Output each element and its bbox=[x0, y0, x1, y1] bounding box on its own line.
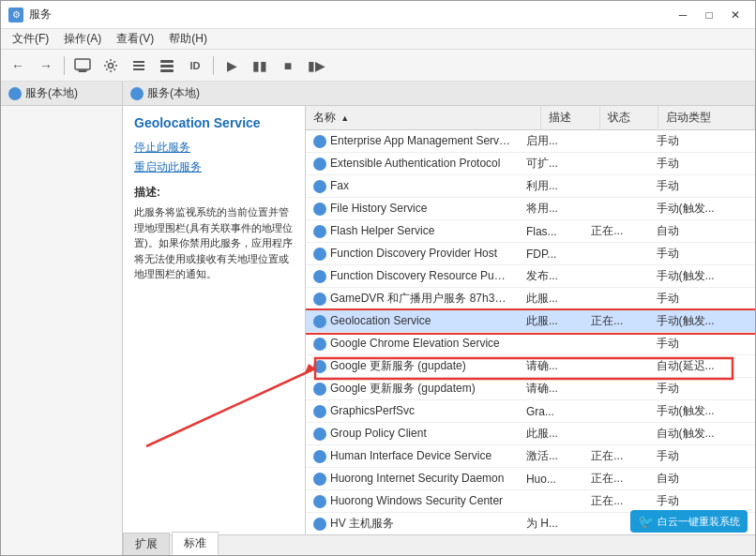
cell-desc: Gra... bbox=[519, 400, 583, 423]
table-row[interactable]: Extensible Authentication Protocol可扩...手… bbox=[306, 153, 755, 175]
forward-button[interactable]: → bbox=[33, 53, 59, 78]
cell-startup: 自动(延迟... bbox=[649, 355, 755, 378]
col-header-status[interactable]: 状态 bbox=[599, 106, 658, 130]
restart-service-link[interactable]: 重启动此服务 bbox=[134, 159, 294, 175]
cell-service-name: Google 更新服务 (gupdatem) bbox=[306, 378, 519, 400]
main-content: 服务(本地) 服务(本地) Geolocation Service 停止此服务 … bbox=[1, 82, 755, 555]
row-icon bbox=[313, 405, 326, 418]
close-button[interactable]: ✕ bbox=[723, 6, 748, 24]
right-panel-icon bbox=[130, 87, 144, 100]
cell-desc: 为 H... bbox=[519, 513, 583, 535]
table-header: 名称 ▲ 描述 状态 启动类型 bbox=[306, 106, 755, 130]
table-row[interactable]: Huorong Internet Security DaemonHuo...正在… bbox=[306, 468, 755, 490]
svg-point-3 bbox=[109, 63, 113, 68]
table-row[interactable]: Geolocation Service此服...正在...手动(触发... bbox=[306, 310, 755, 333]
toolbar-separator-1 bbox=[64, 56, 65, 75]
watermark-bird-icon: 🐦 bbox=[638, 514, 654, 529]
row-icon bbox=[313, 518, 326, 531]
tab-standard[interactable]: 标准 bbox=[172, 532, 219, 555]
pause-button[interactable]: ▮▮ bbox=[247, 53, 273, 78]
cell-desc: Flas... bbox=[519, 220, 583, 243]
table-row[interactable]: Human Interface Device Service激活...正在...… bbox=[306, 445, 755, 468]
col-header-name[interactable]: 名称 ▲ bbox=[306, 106, 541, 130]
list-button[interactable] bbox=[126, 53, 152, 78]
table-row[interactable]: Google 更新服务 (gupdatem)请确...手动 bbox=[306, 378, 755, 400]
menu-file[interactable]: 文件(F) bbox=[5, 29, 56, 49]
table-row[interactable]: Huorong Windows Security Center正在...手动 bbox=[306, 490, 755, 513]
stop-service-link[interactable]: 停止此服务 bbox=[134, 140, 294, 156]
table-row[interactable]: File History Service将用...手动(触发... bbox=[306, 198, 755, 220]
menu-help[interactable]: 帮助(H) bbox=[161, 29, 215, 49]
table-scroll-area[interactable]: Enterprise App Management Service启用...手动… bbox=[306, 130, 755, 534]
col-header-startup[interactable]: 启动类型 bbox=[658, 106, 755, 130]
cell-desc: 启用... bbox=[519, 130, 583, 153]
cell-status: 正在... bbox=[583, 490, 648, 513]
cell-service-name: Huorong Windows Security Center bbox=[306, 490, 519, 513]
title-bar: ⚙ 服务 ─ □ ✕ bbox=[1, 1, 755, 29]
row-icon bbox=[313, 383, 326, 396]
table-row[interactable]: Function Discovery Provider HostFDP...手动 bbox=[306, 243, 755, 265]
cell-service-name: Group Policy Client bbox=[306, 423, 519, 445]
cell-service-name: File History Service bbox=[306, 198, 519, 220]
right-panel: 服务(本地) Geolocation Service 停止此服务 重启动此服务 … bbox=[123, 82, 755, 555]
window-controls: ─ □ ✕ bbox=[671, 6, 748, 24]
cell-status bbox=[583, 400, 648, 423]
row-icon bbox=[313, 495, 326, 508]
svg-rect-9 bbox=[160, 69, 174, 72]
cell-desc: 请确... bbox=[519, 378, 583, 400]
cell-startup: 手动 bbox=[649, 378, 755, 400]
col-header-desc[interactable]: 描述 bbox=[541, 106, 600, 130]
menu-view[interactable]: 查看(V) bbox=[109, 29, 161, 49]
window-title: 服务 bbox=[29, 7, 52, 23]
row-icon bbox=[313, 180, 326, 193]
table-row[interactable]: Google Chrome Elevation Service手动 bbox=[306, 333, 755, 355]
row-icon bbox=[313, 203, 326, 216]
cell-status bbox=[583, 333, 648, 355]
table-row[interactable]: Fax利用...手动 bbox=[306, 175, 755, 198]
cell-status bbox=[583, 288, 648, 310]
left-header: 服务(本地) bbox=[1, 82, 122, 106]
table-row[interactable]: GameDVR 和广播用户服务 87h33c6此服...手动 bbox=[306, 288, 755, 310]
play-button[interactable]: ▶ bbox=[219, 53, 245, 78]
cell-service-name: Enterprise App Management Service bbox=[306, 130, 519, 153]
row-icon bbox=[313, 360, 326, 373]
cell-service-name: Function Discovery Resource Publication bbox=[306, 265, 519, 288]
table-pane: 名称 ▲ 描述 状态 启动类型 Enterpris bbox=[306, 106, 755, 534]
minimize-button[interactable]: ─ bbox=[671, 6, 695, 24]
table-row[interactable]: Enterprise App Management Service启用...手动 bbox=[306, 130, 755, 153]
back-button[interactable]: ← bbox=[5, 53, 31, 78]
table-row[interactable]: Function Discovery Resource Publication发… bbox=[306, 265, 755, 288]
cell-status: 正在... bbox=[583, 220, 648, 243]
cell-status: 正在... bbox=[583, 310, 648, 333]
maximize-button[interactable]: □ bbox=[697, 6, 721, 24]
right-inner: Geolocation Service 停止此服务 重启动此服务 描述: 此服务… bbox=[123, 106, 755, 534]
cell-service-name: Huorong Internet Security Daemon bbox=[306, 468, 519, 490]
table-row[interactable]: Google 更新服务 (gupdate)请确...自动(延迟... bbox=[306, 355, 755, 378]
svg-rect-6 bbox=[133, 68, 144, 70]
svg-rect-8 bbox=[160, 65, 174, 68]
gear-button[interactable] bbox=[98, 53, 124, 78]
svg-rect-7 bbox=[160, 60, 174, 63]
cell-status bbox=[583, 153, 648, 175]
restart-button[interactable]: ▮▶ bbox=[303, 53, 329, 78]
toolbar-separator-2 bbox=[213, 56, 214, 75]
cell-startup: 手动 bbox=[649, 445, 755, 468]
table-row[interactable]: GraphicsPerfSvcGra...手动(触发... bbox=[306, 400, 755, 423]
menu-action[interactable]: 操作(A) bbox=[56, 29, 109, 49]
cell-desc: Huo... bbox=[519, 468, 583, 490]
row-icon bbox=[313, 135, 326, 148]
stop-button[interactable]: ■ bbox=[275, 53, 301, 78]
id-button[interactable]: ID bbox=[182, 53, 208, 78]
watermark-text: 白云一键重装系统 bbox=[658, 515, 740, 529]
cell-startup: 手动 bbox=[649, 243, 755, 265]
computer-button[interactable] bbox=[69, 53, 96, 78]
table-row[interactable]: Flash Helper ServiceFlas...正在...自动 bbox=[306, 220, 755, 243]
cell-desc: FDP... bbox=[519, 243, 583, 265]
row-icon bbox=[313, 225, 326, 238]
row-icon bbox=[313, 270, 326, 283]
list2-button[interactable] bbox=[154, 53, 180, 78]
table-row[interactable]: Group Policy Client此服...自动(触发... bbox=[306, 423, 755, 445]
cell-desc: 此服... bbox=[519, 310, 583, 333]
tab-expand[interactable]: 扩展 bbox=[123, 533, 170, 555]
cell-startup: 手动 bbox=[649, 175, 755, 198]
